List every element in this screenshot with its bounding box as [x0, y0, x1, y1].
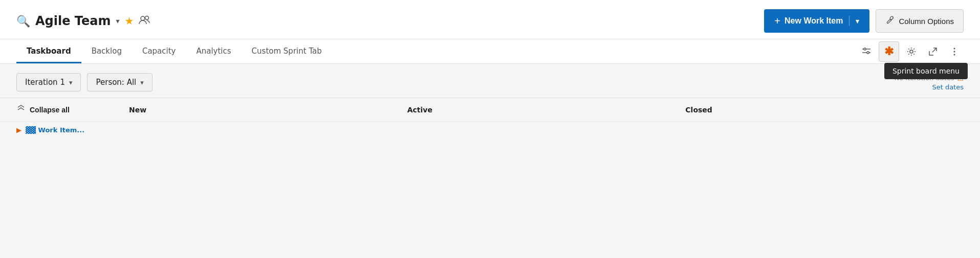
- col-header-closed: Closed: [685, 106, 964, 114]
- svg-point-8: [954, 51, 955, 52]
- row-hint: ▶ ▓▓ Work Item...: [0, 122, 980, 138]
- iteration-chevron-icon: ▾: [69, 79, 73, 86]
- more-options-button[interactable]: [945, 43, 964, 60]
- row-hint-text: ▓▓ Work Item...: [26, 126, 84, 134]
- team-name: Agile Team: [35, 14, 111, 28]
- svg-point-5: [867, 52, 869, 54]
- col-header-active: Active: [407, 106, 686, 114]
- filters-row: Iteration 1 ▾ Person: All ▾ No iteration…: [0, 64, 980, 98]
- team-chevron-icon[interactable]: ▾: [116, 17, 120, 25]
- svg-point-3: [864, 48, 866, 50]
- wrench-icon: [885, 15, 895, 27]
- col-header-new: New: [129, 106, 407, 114]
- top-bar-left: 🔍 Agile Team ▾ ★: [16, 14, 150, 28]
- expand-button[interactable]: [924, 43, 942, 60]
- top-bar: 🔍 Agile Team ▾ ★ + New Work Item ▾: [0, 0, 980, 39]
- tabs-list: Taskboard Backlog Capacity Analytics Cus…: [16, 39, 332, 63]
- tab-capacity[interactable]: Capacity: [132, 39, 186, 63]
- tab-bar-actions: ✱ Sprint board menu: [857, 41, 964, 62]
- svg-point-7: [954, 48, 955, 49]
- collapse-all-label: Collapse all: [30, 106, 70, 114]
- sprint-board-menu-tooltip: Sprint board menu: [884, 63, 968, 79]
- row-hint-icon: ▶: [16, 126, 21, 134]
- table-header: Collapse all New Active Closed: [0, 98, 980, 122]
- collapse-icon: [16, 104, 26, 115]
- asterisk-icon: ✱: [884, 45, 894, 58]
- svg-point-1: [145, 16, 149, 20]
- svg-point-6: [910, 50, 913, 53]
- tab-taskboard[interactable]: Taskboard: [16, 39, 81, 63]
- asterisk-button[interactable]: ✱: [879, 41, 899, 62]
- team-search-icon: 🔍: [16, 15, 30, 28]
- top-bar-right: + New Work Item ▾ Column Options: [764, 9, 964, 33]
- svg-point-9: [954, 54, 955, 55]
- iteration-filter-dropdown[interactable]: Iteration 1 ▾: [16, 73, 81, 91]
- filter-settings-button[interactable]: [857, 43, 876, 60]
- set-dates-link[interactable]: Set dates: [932, 83, 964, 91]
- new-work-item-label: New Work Item: [785, 16, 843, 26]
- collapse-all-button[interactable]: Collapse all: [16, 104, 129, 115]
- person-filter-dropdown[interactable]: Person: All ▾: [87, 73, 152, 91]
- tab-analytics[interactable]: Analytics: [186, 39, 241, 63]
- button-divider: [849, 16, 850, 26]
- column-options-label: Column Options: [899, 17, 954, 26]
- svg-point-0: [141, 16, 145, 20]
- person-label: Person: All: [96, 78, 136, 87]
- tab-backlog[interactable]: Backlog: [81, 39, 132, 63]
- iteration-label: Iteration 1: [25, 78, 65, 87]
- tab-custom-sprint[interactable]: Custom Sprint Tab: [242, 39, 332, 63]
- new-work-item-button[interactable]: + New Work Item ▾: [764, 9, 869, 33]
- favorite-star-icon[interactable]: ★: [125, 15, 134, 27]
- settings-gear-button[interactable]: [902, 43, 921, 60]
- tab-bar: Taskboard Backlog Capacity Analytics Cus…: [0, 39, 980, 64]
- column-options-button[interactable]: Column Options: [876, 9, 964, 33]
- new-work-item-chevron: ▾: [856, 17, 859, 25]
- team-members-icon[interactable]: [139, 15, 150, 27]
- plus-icon: +: [774, 15, 780, 27]
- person-chevron-icon: ▾: [140, 79, 144, 86]
